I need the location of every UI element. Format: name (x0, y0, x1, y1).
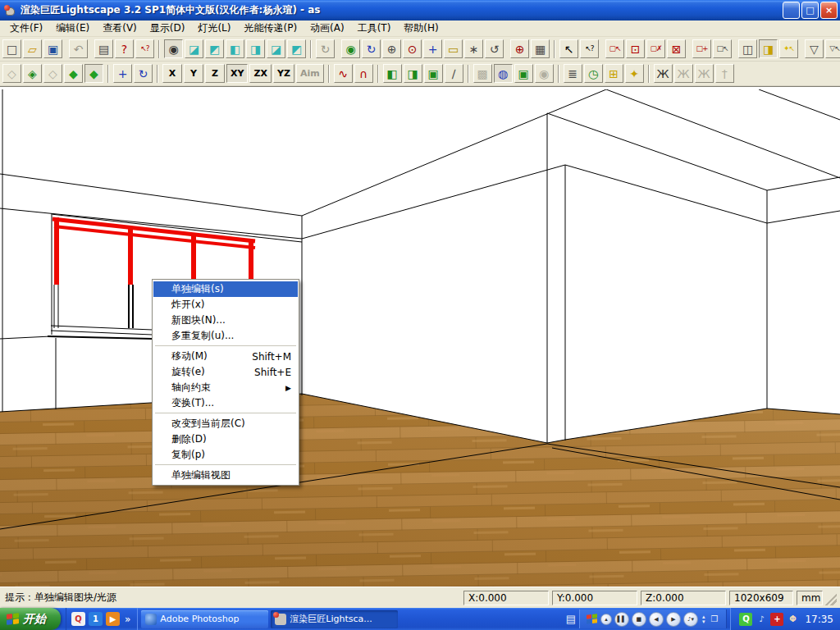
axis-zx-button[interactable]: ZX (249, 64, 271, 83)
menu-file[interactable]: 文件(F) (3, 20, 49, 37)
menu-item-move[interactable]: 移动(M)Shift+M (153, 349, 298, 364)
zoom-region-button[interactable]: ⊕ (510, 39, 529, 58)
tray-capture-tool[interactable]: Q (739, 613, 752, 626)
insert-block-button[interactable]: □+ (692, 39, 711, 58)
deselect-block-button[interactable]: ▢✗ (646, 39, 665, 58)
menu-light[interactable]: 灯光(L) (191, 20, 237, 37)
media-volume-button[interactable]: ♪▾ (683, 612, 698, 627)
ql-media-player-icon[interactable]: ▶ (106, 612, 120, 626)
ql-downloader-icon[interactable]: 1 (89, 612, 103, 626)
tray-audio[interactable]: ♪ (755, 613, 768, 626)
select-arrow-button[interactable]: ↖ (559, 39, 578, 58)
menu-tools[interactable]: 工具(T) (351, 20, 398, 37)
tray-display-utility[interactable]: Φ (786, 613, 799, 626)
layer-manager-button[interactable]: ≣ (564, 64, 582, 83)
menu-radiosity[interactable]: 光能传递(P) (237, 20, 304, 37)
view-iso-ne-button[interactable]: ◪ (185, 39, 203, 58)
resize-grip[interactable] (825, 591, 837, 605)
viewport-3d[interactable]: 单独编辑(s)炸开(x)新图块(N)...多重复制(u)...移动(M)Shif… (0, 86, 840, 587)
arc-rotate-button[interactable]: ↺ (485, 39, 504, 58)
menu-item-transform[interactable]: 变换(T)... (153, 395, 298, 411)
filter-properties-button[interactable]: ▽ (805, 39, 824, 58)
display-hidden-line-button[interactable]: ◈ (23, 64, 42, 83)
save-file-button[interactable]: ▣ (43, 39, 62, 58)
lamp-tool-button[interactable]: ✦ (625, 64, 644, 83)
close-button[interactable]: × (820, 2, 838, 19)
view-front-button[interactable]: ◨ (246, 39, 265, 58)
view-back-button[interactable]: ◩ (287, 39, 306, 58)
display-textured-button[interactable]: ◆ (84, 64, 103, 83)
pan-view-button[interactable]: + (423, 39, 442, 58)
select-block-button[interactable]: ▢↖ (605, 39, 624, 58)
new-file-button[interactable]: □ (2, 39, 21, 58)
media-restore-icon[interactable]: ❒ (709, 614, 719, 623)
rotate-tool-button[interactable]: ↻ (134, 64, 153, 83)
maximize-button[interactable]: □ (801, 2, 819, 19)
camera-view-button[interactable]: ◉ (164, 39, 183, 58)
print-button[interactable]: ▤ (94, 39, 113, 58)
task-photoshop[interactable]: Adobe Photoshop (141, 610, 268, 628)
media-collapse-button[interactable]: ▴ (600, 614, 612, 625)
menu-item-change-layer[interactable]: 改变到当前层(C) (153, 416, 298, 431)
task-lightscape[interactable]: 渲染巨匠Lightsca... (271, 610, 398, 628)
ql-messenger-icon[interactable]: Q (71, 612, 85, 626)
menu-item-multi-copy[interactable]: 多重复制(u)... (153, 328, 298, 344)
smooth-edge-button[interactable]: ∕ (445, 64, 463, 83)
zoom-in-out-button[interactable]: ⊕ (382, 39, 401, 58)
orient-face-button[interactable]: ◧ (383, 64, 402, 83)
select-light-button[interactable]: ✦↖ (779, 39, 798, 58)
select-surface-button[interactable]: ◫ (738, 39, 757, 58)
menu-item-edit-alone[interactable]: 单独编辑(s) (153, 281, 298, 297)
axis-z-button[interactable]: Z (205, 64, 225, 83)
floor-surface[interactable] (0, 394, 840, 587)
menu-animation[interactable]: 动画(A) (304, 20, 351, 37)
snap-curve-button[interactable]: ∿ (334, 64, 353, 83)
highlight-surface-button[interactable]: ◨ (759, 39, 778, 58)
axis-yz-button[interactable]: YZ (273, 64, 294, 83)
help-button[interactable]: ? (115, 39, 134, 58)
select-zoom-button[interactable]: ⊡ (626, 39, 645, 58)
deselect-zoom-button[interactable]: ⊠ (667, 39, 686, 58)
animate-walk-button[interactable]: Ж (654, 64, 673, 83)
display-monitor-button[interactable]: ▣ (514, 64, 533, 83)
menu-item-new-block[interactable]: 新图块(N)... (153, 313, 298, 328)
menu-item-rotate[interactable]: 旋转(e)Shift+E (153, 364, 298, 380)
move-tool-button[interactable]: + (113, 64, 132, 83)
material-panel-button[interactable]: ▣ (424, 64, 443, 83)
menu-item-axis-constraint[interactable]: 轴向约束▶ (153, 380, 298, 395)
tray-antivirus-shield[interactable]: + (770, 613, 783, 626)
menu-view[interactable]: 查看(V) (96, 20, 144, 37)
menu-item-edit-view[interactable]: 单独编辑视图 (153, 468, 298, 483)
window-frame-selection[interactable] (52, 217, 255, 285)
open-file-button[interactable]: ▱ (23, 39, 42, 58)
media-pause-button[interactable]: ▌▌ (614, 612, 629, 627)
menu-item-explode[interactable]: 炸开(x) (153, 297, 298, 313)
render-image-button[interactable]: ▦ (531, 39, 550, 58)
menu-display[interactable]: 显示(D) (144, 20, 192, 37)
select-help-button[interactable]: ↖? (580, 39, 599, 58)
view-side-button[interactable]: ◪ (267, 39, 285, 58)
context-help-button[interactable]: ↖? (135, 39, 154, 58)
extract-block-button[interactable]: □↖ (713, 39, 732, 58)
media-stop-button[interactable]: ■ (632, 612, 646, 627)
axis-y-button[interactable]: Y (184, 64, 203, 83)
menu-edit[interactable]: 编辑(E) (49, 20, 96, 37)
view-iso-nw-button[interactable]: ◩ (205, 39, 224, 58)
measure-button[interactable]: ▭ (444, 39, 463, 58)
duplicate-block-button[interactable]: ⊞ (605, 64, 623, 83)
radiosity-clock-button[interactable]: ◷ (584, 64, 603, 83)
snap-magnet-button[interactable]: ∩ (354, 64, 373, 83)
daylight-globe-button[interactable]: ◍ (494, 64, 513, 83)
minimize-button[interactable]: _ (783, 2, 800, 19)
start-button[interactable]: 开始 (0, 608, 61, 630)
axis-xy-button[interactable]: XY (226, 64, 248, 83)
menu-item-copy[interactable]: 复制(p) (153, 447, 298, 463)
menu-help[interactable]: 帮助(H) (397, 20, 445, 37)
media-prev-button[interactable]: ◀ (649, 612, 664, 627)
quick-launch-chevron-icon[interactable]: » (123, 614, 132, 625)
zoom-target-button[interactable]: ⊙ (403, 39, 422, 58)
media-updown-icon[interactable]: ▴▾ (701, 614, 707, 624)
menu-item-delete[interactable]: 删除(D) (153, 431, 298, 447)
pan-hand-button[interactable]: ∗ (464, 39, 483, 58)
orbit-eye-button[interactable]: ◉ (341, 39, 360, 58)
